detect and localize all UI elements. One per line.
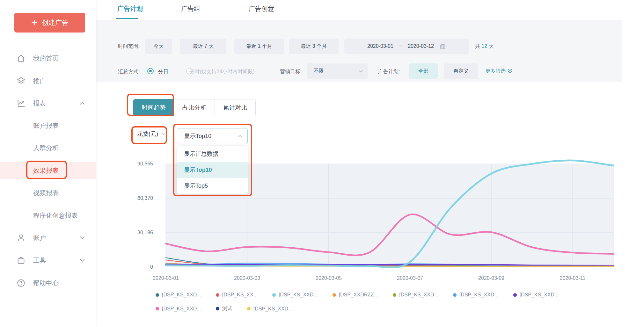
sidebar: 创建广告 我的首页 推广 报表 账户报表 人群分析 效果报表 视频报表 程序化创… xyxy=(0,0,96,327)
radio-hourly-label: 分时(仅支持24小时内时间段) xyxy=(189,69,254,75)
legend-item[interactable]: [DSP_KS_XXD... xyxy=(393,292,438,298)
chevron-up-icon xyxy=(80,102,85,105)
tab-ad-plan[interactable]: 广告计划 xyxy=(117,4,143,13)
chevron-down-icon xyxy=(161,133,166,135)
ad-plan-filter-label: 广告计划: xyxy=(378,69,400,75)
double-chevron-down-icon xyxy=(508,69,512,74)
topn-option-summary[interactable]: 显示汇总数据 xyxy=(177,146,248,162)
legend-item[interactable]: [DSP_XXDRZZ... xyxy=(333,292,378,298)
sidebar-item-label: 推广 xyxy=(33,77,46,85)
sidebar-item-audience-analysis[interactable]: 人群分析 xyxy=(0,139,96,156)
legend-label: [DSP_KS_XXD... xyxy=(279,292,318,298)
sidebar-item-programmatic-report[interactable]: 程序化创意报表 xyxy=(0,207,96,224)
total-days-note: 共 12 天 xyxy=(475,43,494,50)
plus-icon xyxy=(31,19,38,26)
line-chart-icon xyxy=(17,99,26,108)
sidebar-item-label: 账户 xyxy=(33,234,46,242)
metric-selector-value: 花费(元) xyxy=(137,130,158,138)
help-icon xyxy=(17,279,26,287)
topn-option-top5[interactable]: 显示Top5 xyxy=(177,178,248,194)
sidebar-item-label: 效果报表 xyxy=(33,166,59,175)
y-axis-tick: 60,370 xyxy=(121,195,153,201)
more-filters-label: 更多筛选 xyxy=(485,68,506,75)
y-axis-tick: 30,185 xyxy=(121,230,153,236)
legend-item[interactable]: [DSP_KS_XXD... xyxy=(247,305,293,312)
sidebar-item-help-center[interactable]: 帮助中心 xyxy=(0,274,96,292)
legend-dot xyxy=(393,293,396,297)
legend-label: [DSP_KS_XXD... xyxy=(162,306,201,312)
sidebar-item-promotion[interactable]: 推广 xyxy=(0,72,96,90)
radio-daily[interactable] xyxy=(147,68,154,74)
total-days-value: 12 xyxy=(481,43,487,49)
range-1month-button[interactable]: 最近 1 个月 xyxy=(234,39,284,54)
tab-ad-creative[interactable]: 广告创意 xyxy=(249,4,274,13)
legend-label: [DSP_KS_XXD... xyxy=(520,292,559,298)
sidebar-item-label: 视频报表 xyxy=(33,189,59,197)
legend-item[interactable]: [DSP_KS_XXD... xyxy=(513,292,559,298)
summary-mode-label: 汇总方式: xyxy=(118,69,140,75)
chevron-down-icon xyxy=(80,259,85,262)
home-icon xyxy=(17,54,26,63)
sidebar-item-label: 程序化创意报表 xyxy=(33,211,78,220)
sidebar-item-my-home[interactable]: 我的首页 xyxy=(0,50,96,67)
view-tab-time-trend[interactable]: 时间趋势 xyxy=(133,99,174,116)
ad-plan-all-button[interactable]: 全部 xyxy=(409,63,438,79)
entity-tab-bar: 广告计划 广告组 广告创意 xyxy=(96,0,644,20)
legend-dot xyxy=(247,307,251,310)
sidebar-item-tools[interactable]: 工具 xyxy=(0,252,96,269)
y-axis-tick: 0 xyxy=(121,264,153,270)
view-tab-share-analysis[interactable]: 占比分析 xyxy=(174,99,215,116)
ad-plan-custom-button[interactable]: 自定义 xyxy=(444,63,478,79)
legend-item[interactable]: [DSP_KS_XXD... xyxy=(453,292,499,298)
sidebar-item-label: 账户报表 xyxy=(33,121,59,130)
metric-selector[interactable]: 花费(元) xyxy=(137,130,166,138)
tab-ad-group[interactable]: 广告组 xyxy=(181,4,200,13)
time-range-label: 时间范围: xyxy=(118,43,140,50)
layers-icon xyxy=(17,76,26,85)
sidebar-item-label: 人群分析 xyxy=(33,144,59,152)
chart-legend: [DSP_KS_XXD...[DSP_KS_XX...[DSP_KS_XXD..… xyxy=(156,292,621,312)
radio-daily-label: 分日 xyxy=(158,69,168,75)
sidebar-item-reports[interactable]: 报表 xyxy=(0,95,96,112)
topn-option-top10[interactable]: 显示Top10 xyxy=(177,162,248,178)
sidebar-item-video-report[interactable]: 视频报表 xyxy=(0,184,96,201)
legend-item[interactable]: [DSP_KS_XX... xyxy=(216,292,258,298)
legend-dot xyxy=(333,293,336,297)
date-separator: ~ xyxy=(399,43,402,49)
legend-item[interactable]: [DSP_KS_XXD... xyxy=(272,292,318,298)
more-filters-link[interactable]: 更多筛选 xyxy=(485,68,512,75)
x-axis-tick: 2020-03-07 xyxy=(383,275,437,281)
active-tab-underline xyxy=(116,18,138,19)
range-7days-button[interactable]: 最近 7 天 xyxy=(180,39,226,54)
chart-view-tabs: 时间趋势 占比分析 累计对比 xyxy=(133,99,256,116)
x-axis-tick: 2020-03-03 xyxy=(220,275,274,281)
legend-row: [DSP_KS_XXD...[DSP_KS_XX...[DSP_KS_XXD..… xyxy=(156,292,621,298)
date-end: 2020-03-12 xyxy=(408,43,434,49)
legend-row: [DSP_KS_XXD...测试[DSP_KS_XXD... xyxy=(156,305,621,312)
legend-item[interactable]: [DSP_KS_XXD... xyxy=(156,305,201,312)
chevron-down-icon xyxy=(80,236,85,239)
sidebar-item-account[interactable]: 账户 xyxy=(0,229,96,246)
legend-item[interactable]: [DSP_KS_XXD... xyxy=(156,292,201,298)
legend-dot xyxy=(156,307,159,310)
legend-item[interactable]: 测试 xyxy=(216,305,232,312)
sidebar-item-account-report[interactable]: 账户报表 xyxy=(0,117,96,134)
view-tab-cumulative[interactable]: 累计对比 xyxy=(215,99,256,116)
legend-label: 测试 xyxy=(222,305,232,312)
date-range-picker[interactable]: 2020-03-01 ~ 2020-03-12 xyxy=(344,39,469,54)
legend-dot xyxy=(453,293,457,297)
y-axis-tick: 90,555 xyxy=(121,161,153,167)
topn-select[interactable]: 显示Top10 xyxy=(177,128,248,144)
sidebar-item-performance-report[interactable]: 效果报表 xyxy=(0,162,96,179)
sidebar-item-label: 报表 xyxy=(33,99,46,108)
marketing-goal-select[interactable]: 不限 xyxy=(307,63,368,79)
range-3months-button[interactable]: 最近 3 个月 xyxy=(289,39,339,54)
x-axis-tick: 2020-03-09 xyxy=(464,275,518,281)
sidebar-item-label: 工具 xyxy=(33,256,46,265)
create-ad-button[interactable]: 创建广告 xyxy=(14,13,85,33)
sidebar-item-label: 我的首页 xyxy=(33,54,59,63)
range-today-button[interactable]: 今天 xyxy=(145,39,172,54)
calendar-icon xyxy=(440,43,446,49)
chevron-down-icon xyxy=(358,70,363,73)
legend-label: [DSP_KS_XXD... xyxy=(399,292,438,298)
